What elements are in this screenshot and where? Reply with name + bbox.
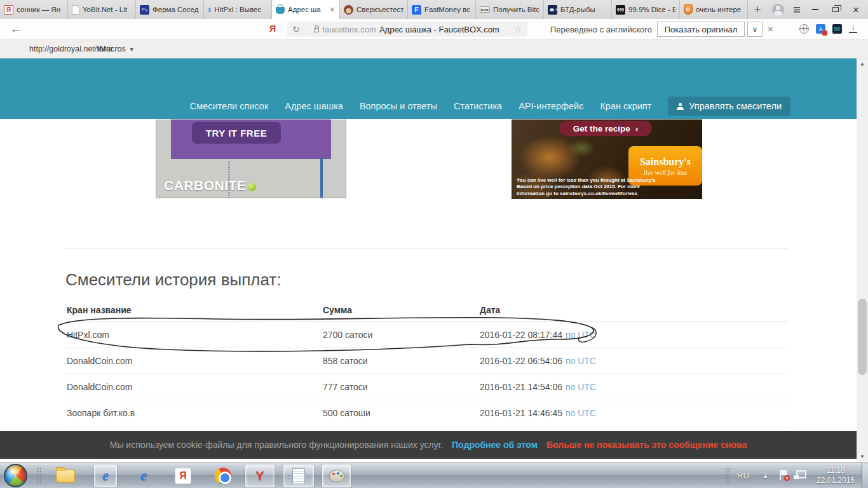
tab-label: Ферма Сосед	[153, 6, 200, 13]
basket-icon	[276, 7, 285, 14]
profile-avatar[interactable]	[772, 4, 784, 16]
url-text: faucetbox.com Адрес шашка - FaucetBOX.co…	[314, 25, 499, 34]
payout-date: 2016-01-22 06:54:06по UTC	[480, 356, 788, 366]
try-it-free-button[interactable]: TRY IT FREE	[192, 122, 281, 144]
tab-dice[interactable]: 999 99.9% Dice - Е	[612, 0, 680, 19]
section-divider	[65, 248, 788, 249]
payout-amount: 777 сатоси	[323, 382, 480, 392]
tab-label: Адрес ша	[288, 6, 326, 13]
date-value: 2016-01-22 08:17:44	[480, 330, 562, 340]
ad-disclaimer: You can live well for less than you thou…	[517, 177, 668, 197]
yandex-home-icon[interactable]: Я	[269, 24, 276, 34]
back-icon[interactable]: ←	[10, 22, 22, 36]
utc-link[interactable]: по UTC	[566, 408, 596, 418]
windows-taskbar: e e Я Y RU ▲ × 11:18 22.01.2016	[0, 463, 868, 488]
sainsburys-logo-text: Sainsbury's	[640, 156, 691, 168]
network-icon[interactable]	[796, 470, 806, 478]
utc-link[interactable]: по UTC	[566, 382, 596, 392]
internet-explorer-icon: e	[102, 468, 109, 484]
quick-launch-handle[interactable]	[36, 467, 42, 485]
flag-cloth	[781, 470, 787, 475]
tab-ochen-interesno[interactable]: B очень интере	[680, 0, 748, 19]
manage-faucets-button[interactable]: Управлять смесители	[668, 97, 790, 116]
bookmark-label: iMacros	[98, 44, 126, 53]
taskbar-clock[interactable]: 11:18 22.01.2016	[815, 465, 856, 485]
dice-999-icon: 999	[616, 5, 625, 15]
faucet-name: Зоопарк бит.ко.в	[65, 408, 323, 418]
yandex-app[interactable]: Я	[172, 466, 194, 486]
cookie-dismiss-link[interactable]: Больше не показывать это сообщение снова	[546, 440, 747, 450]
translate-close-icon[interactable]: ×	[768, 24, 773, 34]
show-desktop-button[interactable]	[862, 463, 868, 488]
chrome-app[interactable]	[212, 466, 234, 486]
reload-icon[interactable]: ↻	[292, 24, 300, 34]
notepad-app[interactable]	[283, 464, 314, 487]
nav-faucet-script[interactable]: Кран скрипт	[600, 101, 651, 111]
nav-statistics[interactable]: Статистика	[454, 101, 502, 111]
close-button[interactable]: ×	[850, 4, 862, 15]
bookmark-imacros[interactable]: iMacros▼	[98, 44, 135, 53]
scroll-up-icon[interactable]: ▲	[857, 58, 868, 69]
page-scrollbar[interactable]: ▲ ▼	[857, 58, 868, 461]
tab-ferma[interactable]: Fs Ферма Сосед	[136, 0, 204, 19]
tab-hitpxl[interactable]: › HitPxl : Вывес	[204, 0, 272, 19]
download-icon[interactable]: ↓	[849, 24, 857, 33]
explorer-icon[interactable]	[56, 466, 75, 486]
globe-icon[interactable]	[799, 24, 809, 34]
scrollbar-thumb[interactable]	[858, 299, 867, 375]
restore-button[interactable]	[830, 4, 841, 15]
carbonite-logo: CARBONITE	[164, 178, 256, 193]
translator-extension-icon[interactable]: A	[816, 24, 825, 34]
ie-app[interactable]: e	[132, 466, 155, 486]
tab-fastmoney[interactable]: F FastMoney вс	[408, 0, 476, 19]
get-recipe-button[interactable]: Get the recipe›	[559, 121, 652, 136]
ad-decoration-zipper	[320, 158, 323, 198]
tab-sverh[interactable]: Сверхъестест	[340, 0, 408, 19]
tab-yobit[interactable]: YoBit.Net - Lit	[68, 0, 136, 19]
menu-icon[interactable]: ≡	[793, 3, 801, 16]
tab-close-icon[interactable]: ×	[329, 5, 336, 14]
utc-link[interactable]: по UTC	[566, 356, 596, 366]
ad-carbonite[interactable]: TRY IT FREE CARBONITE	[156, 119, 346, 198]
url-input[interactable]: ↻ faucetbox.com Адрес шашка - FaucetBOX.…	[287, 22, 527, 37]
ad-sainsburys[interactable]: Get the recipe› Sainsbury's live well fo…	[512, 119, 702, 199]
yandex-browser-app-active[interactable]: Y	[245, 464, 275, 487]
nav-faucet-list[interactable]: Смесители список	[190, 101, 269, 111]
show-original-button[interactable]: Показать оригинал	[657, 22, 745, 37]
payout-table: Кран название Сумма Дата HitPxl.com 2700…	[65, 299, 788, 426]
bitcoin-shield-icon: B	[684, 4, 693, 15]
scroll-down-icon[interactable]: ▼	[857, 451, 868, 461]
tab-poluchit-bitcoin[interactable]: вив Получить Bitc	[476, 0, 544, 19]
nav-address-checker[interactable]: Адрес шашка	[285, 101, 343, 111]
bookmark-star-icon[interactable]: ☆	[514, 24, 522, 35]
action-center-flag-icon[interactable]: ×	[780, 470, 788, 480]
new-tab-button[interactable]: +	[748, 0, 767, 19]
yandex-browser-icon: Y	[255, 468, 264, 484]
tray-handle[interactable]	[725, 468, 731, 484]
ie-pinned-app[interactable]: e	[94, 464, 117, 487]
fish-icon	[548, 5, 557, 15]
translate-dropdown-button[interactable]: ∨	[747, 22, 763, 37]
cookie-details-link[interactable]: Подробнее об этом	[452, 440, 538, 450]
nav-faq[interactable]: Вопросы и ответы	[360, 101, 437, 111]
tab-sonnik[interactable]: Я сонник — Ян	[0, 0, 68, 19]
tab-btd-ryby[interactable]: БТД-рыбы	[544, 0, 612, 19]
table-row: Зоопарк бит.ко.в 500 сатоши 2016-01-21 1…	[65, 400, 788, 426]
url-domain: faucetbox.com	[322, 25, 376, 34]
screen: Я сонник — Ян YoBit.Net - Lit Fs Ферма С…	[0, 0, 868, 488]
minimize-button[interactable]	[810, 4, 821, 15]
facebook-icon: F	[412, 5, 421, 15]
paint-app[interactable]	[322, 464, 351, 487]
language-indicator[interactable]: RU	[737, 471, 749, 480]
table-row: DonaldCoin.com 858 сатоси 2016-01-22 06:…	[65, 348, 788, 374]
se-extension-icon[interactable]: SƐ	[832, 24, 842, 34]
utc-link[interactable]: по UTC	[566, 330, 596, 340]
start-button[interactable]	[4, 464, 27, 487]
window-controls: ≡ ×	[772, 0, 868, 19]
yandex-tab-icon: Я	[4, 5, 13, 15]
nav-api[interactable]: API-интерфейс	[519, 101, 583, 111]
tab-faucetbox-active[interactable]: Адрес ша ×	[272, 0, 340, 19]
table-row: DonaldCoin.com 777 сатоси 2016-01-21 14:…	[65, 374, 788, 400]
payout-amount: 2700 сатоси	[323, 330, 480, 340]
tray-expand-icon[interactable]: ▲	[763, 473, 768, 479]
